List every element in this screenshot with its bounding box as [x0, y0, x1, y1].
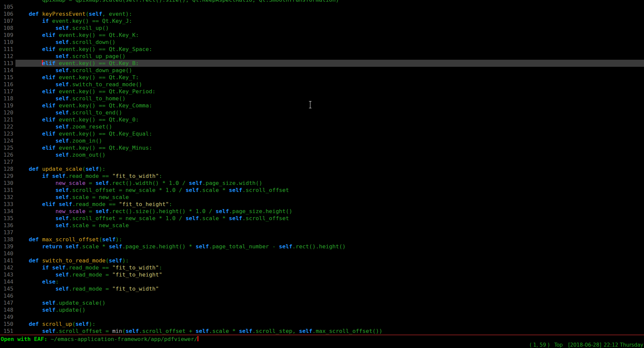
- code-line-partial[interactable]: qpixmap = qpixmap.scaled(self.rect().siz…: [0, 0, 644, 3]
- code-line-120[interactable]: 120 self.scroll_to_end(): [0, 109, 644, 116]
- code-line-142[interactable]: 142 if self.read_mode == "fit_to_width":: [0, 264, 644, 271]
- code-text[interactable]: elif event.key() == Qt.Key_K:: [15, 32, 644, 39]
- code-line-109[interactable]: 109 elif event.key() == Qt.Key_K:: [0, 32, 644, 39]
- code-text[interactable]: self.scroll_to_home(): [15, 95, 644, 102]
- code-text[interactable]: [15, 313, 644, 320]
- code-line-143[interactable]: 143 self.read_mode = "fit_to_height": [0, 271, 644, 278]
- code-text[interactable]: [15, 158, 644, 165]
- code-line-112[interactable]: 112 self.scroll_up_page(): [0, 53, 644, 60]
- code-text[interactable]: elif event.key() == Qt.Key_Comma:: [15, 102, 644, 109]
- code-text[interactable]: self.scroll_offset = min(self.scroll_off…: [15, 328, 644, 335]
- code-line-123[interactable]: 123 elif event.key() == Qt.Key_Equal:: [0, 130, 644, 137]
- code-text[interactable]: [15, 250, 644, 257]
- code-line-129[interactable]: 129 if self.read_mode == "fit_to_width":: [0, 172, 644, 180]
- code-text[interactable]: def max_scroll_offset(self):: [15, 236, 644, 243]
- code-line-114[interactable]: 114 self.scroll_down_page(): [0, 67, 644, 74]
- code-line-122[interactable]: 122 self.zoom_reset(): [0, 123, 644, 130]
- code-text[interactable]: elif self.read_mode == "fit_to_height":: [15, 201, 644, 208]
- code-text[interactable]: if self.read_mode == "fit_to_width":: [15, 172, 644, 180]
- minibuffer[interactable]: Open with EAF: ~/emacs-application-frame…: [0, 336, 644, 343]
- code-line-119[interactable]: 119 elif event.key() == Qt.Key_Comma:: [0, 102, 644, 109]
- code-text[interactable]: elif event.key() == Qt.Key_0:: [15, 116, 644, 123]
- code-line-139[interactable]: 139 return self.scale * self.page_size.h…: [0, 243, 644, 250]
- code-line-135[interactable]: 135 self.scroll_offset = new_scale * 1.0…: [0, 215, 644, 222]
- code-line-108[interactable]: 108 self.scroll_up(): [0, 24, 644, 32]
- code-line-117[interactable]: 117 elif event.key() == Qt.Key_Period:: [0, 88, 644, 95]
- code-text[interactable]: self.read_mode = "fit_to_height": [15, 271, 644, 278]
- code-text[interactable]: [15, 229, 644, 236]
- code-line-110[interactable]: 110 self.scroll_down(): [0, 39, 644, 46]
- code-line-134[interactable]: 134 new_scale = self.rect().size().heigh…: [0, 208, 644, 215]
- code-area[interactable]: qpixmap = qpixmap.scaled(self.rect().siz…: [0, 0, 644, 335]
- code-text[interactable]: def keyPressEvent(self, event):: [15, 10, 644, 17]
- code-text[interactable]: def switch_to_read_mode(self):: [15, 257, 644, 264]
- code-line-116[interactable]: 116 self.switch_to_read_mode(): [0, 81, 644, 88]
- code-text[interactable]: self.scroll_to_end(): [15, 109, 644, 116]
- code-text[interactable]: self.switch_to_read_mode(): [15, 81, 644, 88]
- code-text[interactable]: self.read_mode = "fit_to_width": [15, 285, 644, 292]
- code-line-151[interactable]: 151 self.scroll_offset = min(self.scroll…: [0, 328, 644, 335]
- code-line-148[interactable]: 148 self.update(): [0, 306, 644, 313]
- code-line-144[interactable]: 144 else:: [0, 278, 644, 285]
- code-line-130[interactable]: 130 new_scale = self.rect().width() * 1.…: [0, 180, 644, 187]
- code-text[interactable]: elif event.key() == Qt.Key_Equal:: [15, 130, 644, 137]
- minibuffer-input[interactable]: ~/emacs-application-framework/app/pdfvie…: [51, 336, 197, 342]
- code-line-132[interactable]: 132 self.scale = new_scale: [0, 194, 644, 201]
- code-line-146[interactable]: 146: [0, 292, 644, 299]
- code-text[interactable]: self.scroll_offset = new_scale * 1.0 / s…: [15, 187, 644, 194]
- code-line-118[interactable]: 118 self.scroll_to_home(): [0, 95, 644, 102]
- code-line-126[interactable]: 126 self.zoom_out(): [0, 151, 644, 158]
- code-line-115[interactable]: 115 elif event.key() == Qt.Key_T:: [0, 74, 644, 81]
- code-line-150[interactable]: 150 def scroll_up(self):: [0, 320, 644, 328]
- code-line-125[interactable]: 125 elif event.key() == Qt.Key_Minus:: [0, 144, 644, 151]
- code-text[interactable]: self.scroll_down_page(): [15, 67, 644, 74]
- code-text[interactable]: else:: [15, 278, 644, 285]
- code-line-149[interactable]: 149: [0, 313, 644, 320]
- code-line-147[interactable]: 147 self.update_scale(): [0, 299, 644, 306]
- code-line-145[interactable]: 145 self.read_mode = "fit_to_width": [0, 285, 644, 292]
- code-text[interactable]: self.scroll_up_page(): [15, 53, 644, 60]
- code-text[interactable]: elif event.key() == Qt.Key_B:: [15, 60, 644, 67]
- code-line-140[interactable]: 140: [0, 250, 644, 257]
- code-line-138[interactable]: 138 def max_scroll_offset(self):: [0, 236, 644, 243]
- code-text[interactable]: self.scroll_offset = new_scale * 1.0 / s…: [15, 215, 644, 222]
- code-text[interactable]: elif event.key() == Qt.Key_Period:: [15, 88, 644, 95]
- code-line-137[interactable]: 137: [0, 229, 644, 236]
- code-text[interactable]: [15, 292, 644, 299]
- code-text[interactable]: self.zoom_in(): [15, 137, 644, 144]
- code-line-131[interactable]: 131 self.scroll_offset = new_scale * 1.0…: [0, 187, 644, 194]
- code-text[interactable]: self.scroll_down(): [15, 39, 644, 46]
- code-text[interactable]: [15, 3, 644, 10]
- code-text[interactable]: self.zoom_out(): [15, 151, 644, 158]
- code-line-105[interactable]: 105: [0, 3, 644, 10]
- code-text[interactable]: self.scale = new_scale: [15, 194, 644, 201]
- code-line-141[interactable]: 141 def switch_to_read_mode(self):: [0, 257, 644, 264]
- code-text[interactable]: self.update(): [15, 306, 644, 313]
- code-line-113[interactable]: 113 elif event.key() == Qt.Key_B:: [0, 60, 644, 67]
- code-text[interactable]: new_scale = self.rect().size().height() …: [15, 208, 644, 215]
- code-text[interactable]: if event.key() == Qt.Key_J:: [15, 17, 644, 24]
- code-text[interactable]: elif event.key() == Qt.Key_T:: [15, 74, 644, 81]
- code-line-127[interactable]: 127: [0, 158, 644, 165]
- code-text[interactable]: elif event.key() == Qt.Key_Space:: [15, 46, 644, 53]
- code-line-128[interactable]: 128 def update_scale(self):: [0, 165, 644, 172]
- code-text[interactable]: self.scroll_up(): [15, 24, 644, 32]
- code-text[interactable]: return self.scale * self.page_size.heigh…: [15, 243, 644, 250]
- code-line-136[interactable]: 136 self.scale = new_scale: [0, 222, 644, 229]
- code-line-133[interactable]: 133 elif self.read_mode == "fit_to_heigh…: [0, 201, 644, 208]
- code-text[interactable]: new_scale = self.rect().width() * 1.0 / …: [15, 180, 644, 187]
- code-line-106[interactable]: 106 def keyPressEvent(self, event):: [0, 10, 644, 17]
- code-text[interactable]: if self.read_mode == "fit_to_width":: [15, 264, 644, 271]
- code-text[interactable]: def scroll_up(self):: [15, 320, 644, 328]
- code-text[interactable]: self.update_scale(): [15, 299, 644, 306]
- code-line-121[interactable]: 121 elif event.key() == Qt.Key_0:: [0, 116, 644, 123]
- code-text[interactable]: elif event.key() == Qt.Key_Minus:: [15, 144, 644, 151]
- code-line-124[interactable]: 124 self.zoom_in(): [0, 137, 644, 144]
- code-line-111[interactable]: 111 elif event.key() == Qt.Key_Space:: [0, 46, 644, 53]
- code-line-107[interactable]: 107 if event.key() == Qt.Key_J:: [0, 17, 644, 24]
- code-text[interactable]: qpixmap = qpixmap.scaled(self.rect().siz…: [15, 0, 644, 3]
- code-text[interactable]: self.scale = new_scale: [15, 222, 644, 229]
- code-text[interactable]: def update_scale(self):: [15, 165, 644, 172]
- line-number: 117: [0, 88, 15, 95]
- code-text[interactable]: self.zoom_reset(): [15, 123, 644, 130]
